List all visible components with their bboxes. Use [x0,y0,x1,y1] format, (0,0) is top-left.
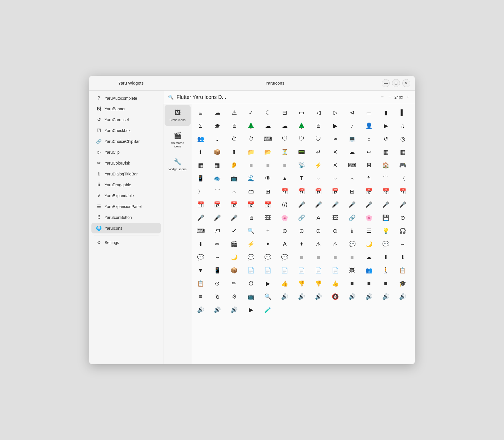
icon-cell[interactable]: ☁ [363,251,375,263]
icon-cell[interactable]: 🖼 [262,211,274,224]
icon-cell[interactable]: 〈 [396,172,409,185]
icon-cell[interactable]: ▦ [211,159,224,171]
icon-cell[interactable]: 🎤 [194,211,207,224]
icon-cell[interactable]: 👍 [279,277,291,290]
icon-cell[interactable]: 🚶 [379,264,392,277]
icon-cell[interactable]: ≡ [262,159,274,171]
icon-cell[interactable]: 🌙 [228,251,241,263]
icon-cell[interactable]: ▷ [329,106,341,119]
icon-cell[interactable]: ⊙ [279,225,291,237]
icon-cell[interactable]: ↺ [379,133,392,145]
icon-cell[interactable]: 🗃 [245,185,257,198]
icon-cell[interactable]: ⚡ [245,238,257,250]
icon-cell[interactable]: 💬 [379,238,392,250]
icon-cell[interactable]: 🎤 [295,198,308,211]
icon-cell[interactable]: 🌲 [295,119,308,132]
icon-cell[interactable]: ↵ [312,146,325,158]
icon-cell[interactable]: ✏ [228,277,241,290]
icon-cell[interactable]: ⌨ [262,133,274,145]
icon-cell[interactable]: ⬆ [228,146,241,158]
category-static[interactable]: 🖼 Static icons [165,105,191,126]
icon-cell[interactable]: ✕ [329,146,341,158]
icon-cell[interactable]: ▶ [262,277,274,290]
icon-cell[interactable]: 📟 [295,146,308,158]
icon-cell[interactable]: ≡ [312,251,325,263]
icon-cell[interactable]: ⊟ [279,106,291,119]
icon-cell[interactable]: ≡ [346,277,358,290]
icon-cell[interactable]: ▼ [194,264,207,277]
icon-cell[interactable]: 🎤 [329,198,341,211]
icon-cell[interactable]: 📅 [262,198,274,211]
icon-cell[interactable]: 💻 [346,133,358,145]
icon-cell[interactable]: 🔊 [346,290,358,303]
icon-cell[interactable]: 🔊 [228,303,241,316]
icon-cell[interactable]: ⏱ [245,133,257,145]
icon-cell[interactable]: 🌙 [363,238,375,250]
icon-cell[interactable]: 🎤 [363,198,375,211]
icon-cell[interactable]: ✏ [211,238,224,250]
category-animated[interactable]: 🎬 Animated icons [165,128,191,152]
icon-cell[interactable]: ⚠ [312,238,325,250]
icon-cell[interactable]: ⌢ [346,172,358,185]
icon-cell[interactable]: 👎 [295,277,308,290]
icon-cell[interactable]: ♪ [346,119,358,132]
icon-cell[interactable]: 🌸 [279,211,291,224]
icon-cell[interactable]: Σ [194,119,207,132]
icon-cell[interactable]: ▌ [396,106,409,119]
icon-cell[interactable]: T [295,172,308,185]
icon-cell[interactable]: 📄 [295,264,308,277]
icon-cell[interactable]: ⊞ [262,185,274,198]
icon-cell[interactable]: 📱 [194,172,207,185]
icon-cell[interactable]: ◎ [396,133,409,145]
icon-cell[interactable]: ⊙ [329,225,341,237]
icon-cell[interactable]: ⬇ [396,251,409,263]
icon-cell[interactable]: 🔍 [245,225,257,237]
icon-cell[interactable]: ✓ [245,106,257,119]
sidebar-item-icons[interactable]: 🌐 YaruIcons [91,223,161,233]
icon-cell[interactable]: ⏱ [228,133,241,145]
icon-cell[interactable]: ≈ [329,133,341,145]
icon-cell[interactable]: 📋 [194,277,207,290]
icon-cell[interactable]: ≡ [194,290,207,303]
icon-cell[interactable]: ▶ [379,119,392,132]
icon-cell[interactable]: 🔍 [262,290,274,303]
sidebar-item-carousel[interactable]: ↺ YaruCarousel [91,114,161,125]
icon-cell[interactable]: ⊙ [312,225,325,237]
icon-cell[interactable]: ▮ [379,106,392,119]
icon-cell[interactable]: ▶ [329,119,341,132]
icon-cell[interactable]: 🖥 [228,119,241,132]
icon-cell[interactable]: 👥 [194,133,207,145]
icon-cell[interactable]: 📅 [245,198,257,211]
sidebar-item-expandable[interactable]: ∨ YaruExpandable [91,190,161,201]
icon-cell[interactable]: ✦ [295,238,308,250]
icon-cell[interactable]: 📅 [228,198,241,211]
icon-cell[interactable]: 🔊 [363,290,375,303]
icon-cell[interactable]: 📦 [211,146,224,158]
icon-cell[interactable]: ⟨/⟩ [279,198,291,211]
icon-cell[interactable]: ⬆ [379,251,392,263]
size-increase-button[interactable]: + [405,93,410,101]
icon-cell[interactable]: 💾 [379,211,392,224]
icon-cell[interactable]: 📂 [262,146,274,158]
icon-cell[interactable]: 👤 [363,119,375,132]
icon-cell[interactable]: 💬 [194,251,207,263]
sidebar-item-clip[interactable]: ▷ YaruClip [91,147,161,157]
icon-cell[interactable]: ⚠ [228,106,241,119]
icon-cell[interactable]: ▦ [396,146,409,158]
icon-cell[interactable]: ≡ [245,159,257,171]
sidebar-item-banner[interactable]: 🖼 YaruBanner [91,104,161,114]
icon-cell[interactable]: ⚙ [228,290,241,303]
icon-cell[interactable]: ✕ [329,159,341,171]
icon-cell[interactable]: 🔗 [295,211,308,224]
search-input[interactable] [177,94,377,100]
icon-cell[interactable]: ↩ [363,146,375,158]
icon-cell[interactable]: ✔ [228,225,241,237]
icon-cell[interactable]: ☁ [346,146,358,158]
icon-cell[interactable]: ♩ [211,133,224,145]
icon-cell[interactable]: ⚠ [329,238,341,250]
icon-cell[interactable]: ↰ [363,172,375,185]
icon-cell[interactable]: 📄 [329,264,341,277]
icon-cell[interactable]: 📅 [211,198,224,211]
maximize-button[interactable]: □ [392,79,400,87]
icon-cell[interactable]: 📄 [312,264,325,277]
